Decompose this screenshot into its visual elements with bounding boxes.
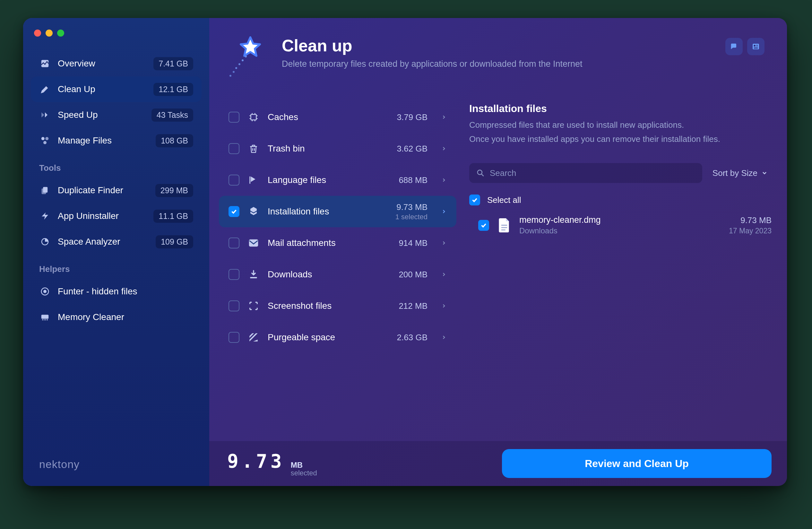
- chevron-right-icon: [441, 272, 447, 277]
- chat-button[interactable]: [725, 38, 743, 55]
- sidebar-item-memory-cleaner[interactable]: Memory Cleaner: [31, 304, 202, 330]
- category-size: 3.79 GB: [397, 112, 427, 122]
- sidebar-item-speed-up[interactable]: Speed Up43 Tasks: [31, 102, 202, 128]
- category-screenshot[interactable]: Screenshot files212 MB: [219, 290, 456, 321]
- sidebar-item-app-uninstaller[interactable]: App Uninstaller11.1 GB: [31, 203, 202, 229]
- svg-line-29: [481, 174, 484, 176]
- svg-rect-26: [249, 240, 258, 246]
- svg-point-3: [43, 141, 46, 144]
- total-selected: 9.73 MB selected: [227, 451, 317, 476]
- sidebar-item-overview[interactable]: Overview7.41 GB: [31, 51, 202, 76]
- brand-logo: nektony: [31, 458, 202, 477]
- category-size: 688 MB: [398, 175, 427, 185]
- svg-rect-8: [41, 315, 49, 319]
- file-date: 17 May 2023: [729, 227, 771, 235]
- chevron-right-icon: [441, 146, 447, 152]
- sidebar-item-label: Space Analyzer: [58, 237, 149, 247]
- svg-rect-20: [754, 45, 755, 46]
- total-unit: MB: [291, 461, 317, 469]
- sidebar-item-funter-hidden-files[interactable]: Funter - hidden files: [31, 278, 202, 304]
- sort-label: Sort by Size: [712, 168, 757, 178]
- minimize-window-button[interactable]: [46, 30, 53, 37]
- chevron-right-icon: [441, 334, 447, 340]
- category-checkbox[interactable]: [229, 112, 240, 123]
- chevron-down-icon: [761, 170, 768, 176]
- svg-rect-25: [251, 115, 257, 120]
- category-language[interactable]: Language files688 MB: [219, 165, 456, 196]
- page-title: Clean up: [282, 36, 582, 55]
- sidebar-item-manage-files[interactable]: Manage Files108 GB: [31, 128, 202, 154]
- sidebar-item-space-analyzer[interactable]: Space Analyzer109 GB: [31, 229, 202, 255]
- screenshot-icon: [247, 300, 260, 312]
- search-box[interactable]: [469, 163, 702, 183]
- detail-panel: Installation files Compressed files that…: [469, 101, 771, 441]
- sidebar-item-clean-up[interactable]: Clean Up12.1 GB: [31, 76, 202, 102]
- detail-desc-1: Compressed files that are used to instal…: [469, 119, 771, 131]
- news-button[interactable]: [747, 38, 765, 55]
- select-all-checkbox[interactable]: [469, 195, 480, 205]
- svg-rect-12: [47, 319, 48, 320]
- sidebar-item-label: Duplicate Finder: [58, 185, 148, 196]
- page-subtitle: Delete temporary files created by applic…: [282, 59, 582, 69]
- trash-icon: [247, 142, 260, 155]
- svg-point-17: [242, 59, 244, 61]
- sidebar-item-badge: 109 GB: [156, 235, 193, 248]
- category-label: Caches: [268, 112, 389, 122]
- category-checkbox[interactable]: [229, 300, 240, 311]
- caches-icon: [247, 111, 260, 124]
- category-label: Mail attachments: [268, 238, 391, 248]
- select-all-row[interactable]: Select all: [469, 195, 771, 205]
- category-checkbox[interactable]: [229, 238, 240, 248]
- sidebar-item-badge: 299 MB: [155, 184, 193, 197]
- sidebar-item-label: Funter - hidden files: [58, 286, 193, 297]
- speedup-icon: [39, 109, 51, 121]
- sidebar-item-badge: 108 GB: [156, 134, 193, 147]
- category-purgeable[interactable]: Purgeable space2.63 GB: [219, 321, 456, 353]
- file-row[interactable]: memory-cleaner.dmgDownloads9.73 MB17 May…: [469, 213, 771, 238]
- svg-rect-31: [501, 227, 507, 228]
- sort-dropdown[interactable]: Sort by Size: [709, 168, 771, 178]
- sidebar-item-duplicate-finder[interactable]: Duplicate Finder299 MB: [31, 177, 202, 203]
- category-label: Purgeable space: [268, 332, 389, 343]
- category-trash[interactable]: Trash bin3.62 GB: [219, 133, 456, 165]
- category-size: 200 MB: [398, 270, 427, 280]
- svg-rect-23: [754, 47, 758, 48]
- file-size: 9.73 MB: [729, 215, 771, 225]
- file-folder: Downloads: [519, 226, 722, 235]
- category-subtext: 1 selected: [395, 213, 427, 221]
- category-checkbox[interactable]: [229, 332, 240, 343]
- downloads-icon: [247, 268, 260, 281]
- category-install[interactable]: Installation files9.73 MB1 selected: [219, 196, 456, 227]
- detail-title: Installation files: [469, 103, 771, 115]
- search-input[interactable]: [489, 168, 695, 178]
- svg-rect-24: [754, 48, 758, 49]
- category-label: Installation files: [268, 206, 388, 217]
- svg-rect-11: [45, 319, 46, 320]
- sidebar-item-badge: 12.1 GB: [154, 83, 193, 96]
- sidebar-item-label: Manage Files: [58, 135, 149, 146]
- category-checkbox[interactable]: [229, 269, 240, 280]
- category-checkbox[interactable]: [229, 143, 240, 154]
- file-name: memory-cleaner.dmg: [519, 215, 722, 225]
- category-checkbox[interactable]: [229, 206, 240, 217]
- svg-rect-5: [42, 188, 46, 194]
- review-cleanup-button[interactable]: Review and Clean Up: [502, 449, 771, 478]
- sidebar-item-label: App Uninstaller: [58, 211, 146, 221]
- category-size: 914 MB: [398, 238, 427, 248]
- window-controls: [31, 27, 202, 49]
- svg-point-15: [235, 67, 237, 69]
- category-checkbox[interactable]: [229, 175, 240, 186]
- close-window-button[interactable]: [34, 30, 41, 37]
- category-caches[interactable]: Caches3.79 GB: [219, 101, 456, 133]
- category-downloads[interactable]: Downloads200 MB: [219, 259, 456, 290]
- sidebar-section-tools: Tools: [31, 154, 202, 176]
- chevron-right-icon: [441, 177, 447, 183]
- category-mail[interactable]: Mail attachments914 MB: [219, 227, 456, 259]
- maximize-window-button[interactable]: [57, 30, 64, 37]
- main-panel: Clean up Delete temporary files created …: [209, 18, 787, 486]
- file-icon: [496, 216, 512, 234]
- file-checkbox[interactable]: [478, 220, 489, 231]
- sidebar-item-label: Clean Up: [58, 84, 146, 95]
- sidebar-item-label: Memory Cleaner: [58, 312, 193, 322]
- search-icon: [476, 169, 484, 177]
